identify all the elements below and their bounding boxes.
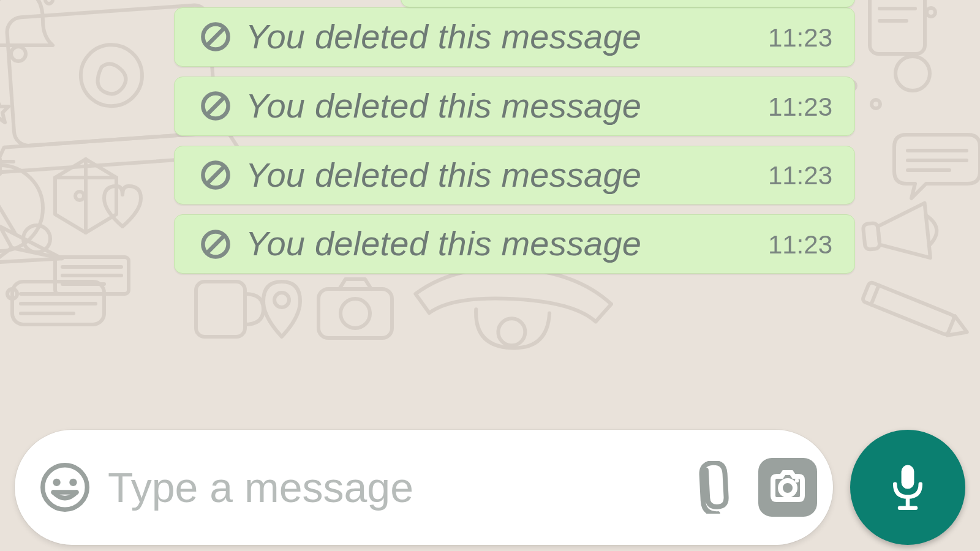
prohibited-icon	[199, 89, 232, 122]
camera-icon	[768, 468, 807, 507]
svg-line-31	[207, 236, 224, 253]
message-bubble[interactable]: You deleted this message 11:23	[174, 7, 855, 67]
deleted-message-text: You deleted this message	[246, 88, 748, 124]
chat-message-list: You deleted this message 11:23 You delet…	[0, 0, 980, 465]
attach-icon	[684, 461, 737, 514]
message-timestamp: 11:23	[768, 92, 832, 122]
emoji-button[interactable]	[36, 458, 94, 517]
emoji-icon	[39, 461, 91, 514]
svg-point-36	[780, 481, 795, 495]
message-bubble[interactable]: You deleted this message 11:23	[174, 214, 855, 274]
prohibited-icon	[199, 228, 232, 261]
prohibited-icon	[199, 159, 232, 192]
svg-line-25	[207, 28, 224, 45]
svg-point-33	[53, 479, 60, 486]
svg-point-32	[43, 465, 88, 510]
message-bubble-partial	[401, 0, 855, 7]
message-bubble[interactable]: You deleted this message 11:23	[174, 146, 855, 205]
voice-record-button[interactable]	[850, 430, 965, 545]
svg-line-29	[207, 167, 224, 184]
message-timestamp: 11:23	[768, 161, 832, 190]
deleted-message-text: You deleted this message	[246, 226, 748, 262]
prohibited-icon	[199, 20, 232, 53]
attach-button[interactable]	[681, 458, 740, 517]
camera-button[interactable]	[758, 458, 817, 517]
composer-bar	[15, 430, 965, 545]
svg-line-27	[207, 97, 224, 114]
mic-icon	[884, 463, 932, 511]
svg-point-37	[795, 479, 799, 482]
message-bubble[interactable]: You deleted this message 11:23	[174, 77, 855, 136]
message-input[interactable]	[107, 429, 669, 545]
message-timestamp: 11:23	[768, 230, 832, 260]
svg-rect-38	[902, 465, 914, 489]
svg-point-34	[69, 479, 77, 486]
deleted-message-text: You deleted this message	[246, 157, 748, 193]
message-timestamp: 11:23	[768, 23, 832, 53]
deleted-message-text: You deleted this message	[246, 19, 748, 55]
composer-pill	[15, 430, 833, 545]
